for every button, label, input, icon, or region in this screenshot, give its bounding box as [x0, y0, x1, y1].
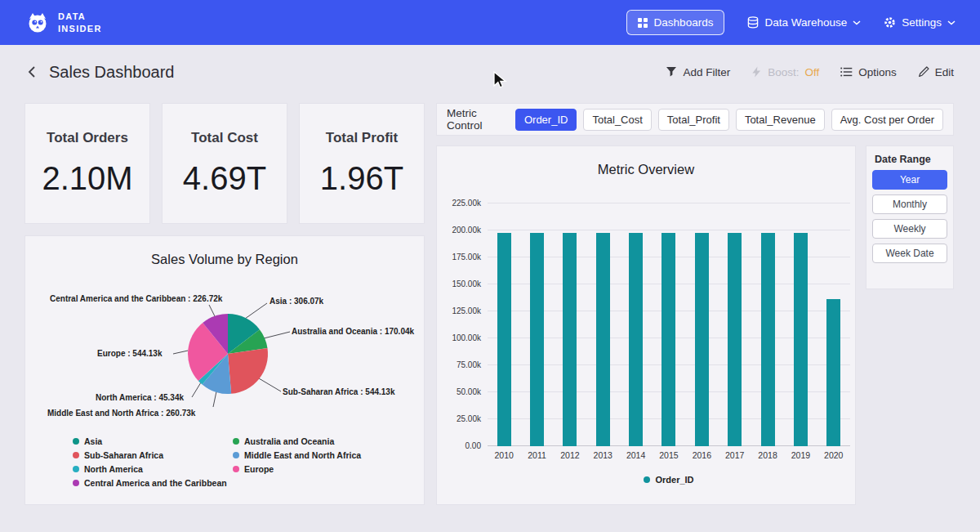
date-range-label: Date Range: [866, 146, 953, 165]
legend-label: Sub-Saharan Africa: [84, 450, 163, 460]
bar-2015[interactable]: [662, 233, 675, 446]
bar-legend-label: Order_ID: [655, 475, 693, 485]
bar-2019[interactable]: [794, 233, 808, 446]
metric-button-total-profit[interactable]: Total_Profit: [658, 109, 729, 131]
legend-item-sub-saharan-africa[interactable]: Sub-Saharan Africa: [73, 449, 233, 461]
pie-callout-central-america: Central America and the Caribbean : 226.…: [50, 294, 222, 303]
date-range-weekly[interactable]: Weekly: [872, 219, 947, 239]
legend-item-australia-and-oceania[interactable]: Australia and Oceania: [233, 435, 361, 447]
gear-icon: [884, 16, 896, 29]
legend-dot: [73, 480, 79, 486]
legend-label: Middle East and North Africa: [244, 450, 361, 460]
pie-callout-australia: Australia and Oceania : 170.04k: [292, 327, 414, 336]
pie-callout-subsaharan: Sub-Saharan Africa : 544.13k: [283, 387, 394, 396]
date-range-panel: Date Range YearMonthlyWeeklyWeek Date: [866, 145, 954, 289]
nav-data-warehouse[interactable]: Data Warehouse: [747, 16, 861, 29]
metric-button-total-revenue[interactable]: Total_Revenue: [736, 109, 825, 131]
bar-column-2020: 2020: [817, 203, 850, 446]
legend-item-asia[interactable]: Asia: [73, 435, 233, 447]
bar-column-2015: 2015: [653, 203, 685, 446]
bar-column-2011: 2011: [520, 203, 553, 446]
bar-2017[interactable]: [728, 233, 742, 446]
x-tick-label: 2019: [791, 450, 810, 460]
chevron-down-icon: [853, 20, 861, 25]
legend-item-middle-east-and-north-africa[interactable]: Middle East and North Africa: [233, 449, 361, 461]
bar-2012[interactable]: [563, 233, 577, 446]
bar-chart-card: Metric Overview 225.00k200.00k175.00k150…: [436, 145, 856, 505]
kpi-value: 4.69T: [183, 160, 266, 197]
bar-2018[interactable]: [761, 233, 775, 446]
bar-column-2019: 2019: [784, 203, 817, 446]
bar-column-2013: 2013: [586, 203, 619, 446]
pie-legend: AsiaSub-Saharan AfricaNorth AmericaCentr…: [73, 435, 361, 489]
bar-2013[interactable]: [596, 233, 610, 446]
legend-dot: [233, 452, 239, 458]
pie-callout-middle-east: Middle East and North Africa : 260.73k: [47, 409, 195, 418]
bar-2016[interactable]: [695, 233, 709, 446]
options-label: Options: [858, 66, 897, 78]
bar-2014[interactable]: [629, 233, 643, 446]
legend-item-europe[interactable]: Europe: [233, 463, 361, 475]
metric-buttons: Order_IDTotal_CostTotal_ProfitTotal_Reve…: [515, 109, 943, 131]
date-range-buttons: YearMonthlyWeeklyWeek Date: [866, 170, 953, 263]
x-tick-label: 2015: [659, 450, 678, 460]
bar-legend-dot: [644, 476, 650, 483]
add-filter-button[interactable]: Add Filter: [666, 66, 730, 78]
page-title: Sales Dashboard: [49, 63, 174, 82]
date-range-year[interactable]: Year: [872, 170, 947, 190]
bar-y-ticks: 225.00k200.00k175.00k150.00k125.00k100.0…: [437, 203, 481, 446]
bar-legend[interactable]: Order_ID: [488, 475, 850, 485]
kpi-label: Total Profit: [326, 130, 398, 146]
date-range-week-date[interactable]: Week Date: [872, 244, 947, 263]
y-tick-label: 75.00k: [457, 360, 481, 369]
x-tick-label: 2010: [494, 450, 513, 460]
y-tick-label: 100.00k: [452, 333, 481, 342]
metric-button-total-cost[interactable]: Total_Cost: [583, 109, 651, 131]
kpi-value: 1.96T: [320, 160, 403, 197]
metric-button-avg-cost-per-order[interactable]: Avg. Cost per Order: [831, 109, 943, 131]
date-range-monthly[interactable]: Monthly: [872, 194, 947, 214]
legend-dot: [233, 466, 239, 472]
navbar: DATA INSIDER Dashboards Data Warehouse: [0, 0, 980, 45]
pie-slice-sub-saharan-africa[interactable]: [228, 348, 268, 394]
kpi-value: 2.10M: [42, 160, 132, 197]
bar-2020[interactable]: [826, 299, 840, 446]
legend-label: Central America and the Caribbean: [84, 478, 227, 488]
legend-dot: [73, 466, 79, 472]
pie-chart-title: Sales Volume by Region: [25, 252, 424, 267]
legend-item-north-america[interactable]: North America: [73, 463, 233, 475]
brand-logo[interactable]: DATA INSIDER: [24, 10, 102, 36]
metric-control-bar: Metric Control Order_IDTotal_CostTotal_P…: [436, 103, 954, 136]
boost-state: Off: [804, 66, 819, 78]
y-tick-label: 200.00k: [452, 226, 481, 235]
boost-toggle[interactable]: Boost: Off: [751, 66, 819, 78]
y-tick-label: 125.00k: [452, 306, 481, 315]
x-tick-label: 2020: [824, 450, 843, 460]
brand-line1: DATA: [58, 11, 102, 22]
metric-control-label: Metric Control: [447, 107, 507, 132]
chevron-down-icon: [947, 20, 956, 25]
legend-dot: [73, 452, 79, 458]
options-list-icon: [840, 67, 853, 77]
legend-item-central-america-and-the-caribbean[interactable]: Central America and the Caribbean: [73, 476, 233, 489]
edit-label: Edit: [935, 66, 954, 78]
dashboards-grid-icon: [638, 18, 648, 28]
nav-settings-label: Settings: [902, 16, 942, 29]
y-tick-label: 25.00k: [457, 414, 481, 423]
edit-pencil-icon: [918, 66, 929, 78]
pie-callout-north-america: North America : 45.34k: [96, 393, 184, 402]
metric-button-order-id[interactable]: Order_ID: [515, 109, 577, 131]
edit-button[interactable]: Edit: [918, 66, 954, 78]
x-tick-label: 2018: [758, 450, 777, 460]
y-tick-label: 175.00k: [452, 253, 481, 262]
bar-2011[interactable]: [530, 233, 544, 446]
y-tick-label: 0.00: [466, 441, 481, 450]
boost-label: Boost:: [768, 66, 799, 78]
kpi-card-total-profit: Total Profit 1.96T: [299, 103, 425, 224]
nav-dashboards-button[interactable]: Dashboards: [626, 10, 725, 35]
options-button[interactable]: Options: [840, 66, 897, 78]
nav-settings[interactable]: Settings: [884, 16, 956, 29]
bar-2010[interactable]: [497, 233, 511, 446]
kpi-label: Total Cost: [191, 130, 258, 146]
back-button[interactable]: [26, 64, 38, 80]
